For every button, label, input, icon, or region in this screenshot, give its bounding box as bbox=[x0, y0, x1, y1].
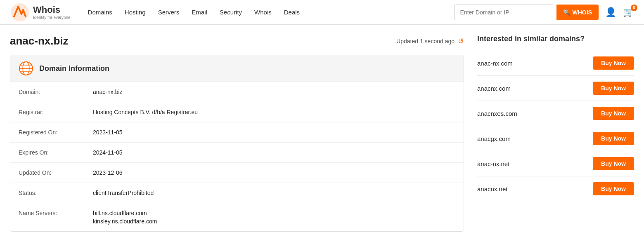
label-updated-on: Updated On: bbox=[19, 169, 93, 176]
left-panel: anac-nx.biz Updated 1 second ago ↺ Domai… bbox=[10, 35, 464, 232]
similar-domains-list: anac-nx.com Buy Now anacnx.com Buy Now a… bbox=[477, 51, 634, 201]
domain-icon bbox=[19, 61, 33, 76]
user-button[interactable]: 👤 bbox=[605, 7, 616, 18]
logo-tagline: Identity for everyone bbox=[33, 15, 71, 20]
buy-now-button-0[interactable]: Buy Now bbox=[593, 56, 634, 70]
value-expires-on: 2024-11-05 bbox=[93, 149, 455, 156]
info-row-name-servers: Name Servers: bill.ns.cloudflare.com kin… bbox=[10, 203, 464, 231]
card-header: Domain Information bbox=[10, 55, 464, 82]
nav-deals[interactable]: Deals bbox=[279, 5, 305, 19]
logo[interactable]: Whois Identity for everyone bbox=[10, 2, 71, 22]
nav-whois[interactable]: Whois bbox=[249, 5, 277, 19]
card-body: Domain: anac-nx.biz Registrar: Hosting C… bbox=[10, 82, 464, 231]
right-panel: Interested in similar domains? anac-nx.c… bbox=[477, 35, 634, 232]
updated-text: Updated 1 second ago bbox=[396, 38, 455, 45]
nav-email[interactable]: Email bbox=[187, 5, 212, 19]
updated-info: Updated 1 second ago ↺ bbox=[396, 37, 464, 46]
info-row-registrar: Registrar: Hosting Concepts B.V. d/b/a R… bbox=[10, 102, 464, 122]
nav-icons: 👤 🛒 0 bbox=[605, 7, 634, 18]
cart-badge: 0 bbox=[631, 5, 637, 11]
similar-domain-0: anac-nx.com bbox=[477, 60, 513, 67]
cart-button[interactable]: 🛒 0 bbox=[623, 7, 634, 18]
info-row-domain: Domain: anac-nx.biz bbox=[10, 82, 464, 102]
value-name-servers: bill.ns.cloudflare.com kinsley.ns.cloudf… bbox=[93, 210, 455, 225]
label-registered-on: Registered On: bbox=[19, 129, 93, 136]
nameserver-1: bill.ns.cloudflare.com bbox=[93, 210, 455, 216]
nav-domains[interactable]: Domains bbox=[83, 5, 117, 19]
similar-domain-3: anacgx.com bbox=[477, 135, 511, 142]
value-domain: anac-nx.biz bbox=[93, 89, 455, 95]
similar-domain-1: anacnx.com bbox=[477, 85, 511, 92]
info-row-registered-on: Registered On: 2023-11-05 bbox=[10, 122, 464, 143]
search-area: 🔍 WHOIS bbox=[454, 5, 599, 20]
logo-whois-text: Whois bbox=[33, 5, 71, 15]
nameserver-2: kinsley.ns.cloudflare.com bbox=[93, 218, 455, 225]
value-updated-on: 2023-12-06 bbox=[93, 169, 455, 176]
value-registered-on: 2023-11-05 bbox=[93, 129, 455, 136]
search-icon: 🔍 bbox=[563, 9, 570, 16]
similar-domain-2: anacnxes.com bbox=[477, 110, 517, 117]
user-icon: 👤 bbox=[605, 7, 616, 17]
buy-now-button-5[interactable]: Buy Now bbox=[593, 182, 634, 195]
search-button[interactable]: 🔍 WHOIS bbox=[556, 5, 599, 20]
buy-now-button-2[interactable]: Buy Now bbox=[593, 107, 634, 120]
similar-item-2: anacnxes.com Buy Now bbox=[477, 101, 634, 126]
buy-now-button-1[interactable]: Buy Now bbox=[593, 82, 634, 95]
buy-now-button-3[interactable]: Buy Now bbox=[593, 132, 634, 145]
nav-hosting[interactable]: Hosting bbox=[120, 5, 151, 19]
similar-item-4: anac-nx.net Buy Now bbox=[477, 151, 634, 176]
similar-domain-4: anac-nx.net bbox=[477, 160, 509, 167]
label-name-servers: Name Servers: bbox=[19, 210, 93, 216]
search-button-label: WHOIS bbox=[573, 9, 592, 16]
value-status: clientTransferProhibited bbox=[93, 190, 455, 196]
domain-title-row: anac-nx.biz Updated 1 second ago ↺ bbox=[10, 35, 464, 47]
domain-title: anac-nx.biz bbox=[10, 35, 396, 47]
info-row-updated-on: Updated On: 2023-12-06 bbox=[10, 163, 464, 183]
info-row-status: Status: clientTransferProhibited bbox=[10, 183, 464, 203]
info-row-expires-on: Expires On: 2024-11-05 bbox=[10, 143, 464, 163]
similar-item-3: anacgx.com Buy Now bbox=[477, 126, 634, 151]
similar-item-1: anacnx.com Buy Now bbox=[477, 76, 634, 101]
similar-domains-title: Interested in similar domains? bbox=[477, 35, 634, 43]
search-input[interactable] bbox=[454, 5, 553, 20]
similar-item-0: anac-nx.com Buy Now bbox=[477, 51, 634, 76]
nav-servers[interactable]: Servers bbox=[153, 5, 185, 19]
svg-point-0 bbox=[11, 3, 29, 21]
label-registrar: Registrar: bbox=[19, 109, 93, 115]
navbar: Whois Identity for everyone Domains Host… bbox=[0, 0, 644, 25]
similar-domain-5: anacnx.net bbox=[477, 185, 507, 192]
value-registrar: Hosting Concepts B.V. d/b/a Registrar.eu bbox=[93, 109, 455, 115]
nav-security[interactable]: Security bbox=[215, 5, 247, 19]
label-expires-on: Expires On: bbox=[19, 149, 93, 156]
label-status: Status: bbox=[19, 190, 93, 196]
card-header-title: Domain Information bbox=[39, 64, 109, 73]
buy-now-button-4[interactable]: Buy Now bbox=[593, 157, 634, 170]
nav-links: Domains Hosting Servers Email Security W… bbox=[83, 5, 454, 19]
similar-item-5: anacnx.net Buy Now bbox=[477, 176, 634, 201]
logo-icon bbox=[10, 2, 30, 22]
domain-info-card: Domain Information Domain: anac-nx.biz R… bbox=[10, 55, 464, 232]
main-content: anac-nx.biz Updated 1 second ago ↺ Domai… bbox=[0, 25, 644, 232]
refresh-icon[interactable]: ↺ bbox=[458, 37, 464, 46]
label-domain: Domain: bbox=[19, 89, 93, 95]
